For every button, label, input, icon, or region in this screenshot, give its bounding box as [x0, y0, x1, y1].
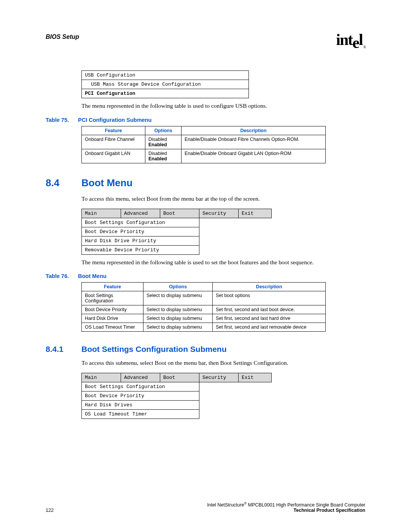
heading-boot-settings: 8.4.1 Boot Settings Configuration Submen…	[46, 345, 365, 354]
registered-symbol: ®	[363, 45, 365, 49]
paragraph: To access this menu, select Boot from th…	[81, 195, 365, 203]
footer-product: Intel NetStructure® MPCBL0001 High Perfo…	[207, 502, 365, 508]
boot-menu-bar-table: Main Advanced Boot Security Exit Boot Se…	[81, 209, 272, 255]
page: BIOS Setup intel® USB Configuration USB …	[0, 0, 411, 532]
heading-title: Boot Menu	[81, 177, 132, 189]
usb-config-table: USB Configuration USB Mass Storage Devic…	[81, 70, 249, 98]
heading-boot-menu: 8.4 Boot Menu	[46, 177, 365, 189]
table-row: Boot Settings Configuration Select to di…	[82, 291, 326, 305]
col-feature: Feature	[82, 282, 143, 291]
menu-exit: Exit	[239, 209, 272, 218]
menu-main: Main	[82, 209, 121, 218]
paragraph: To access this submenu, select Boot on t…	[81, 359, 365, 367]
table-row: Onboard Gigabit LAN DisabledEnabled Enab…	[82, 149, 326, 163]
content-area: USB Configuration USB Mass Storage Devic…	[81, 70, 365, 419]
table-row: Boot Device Priority	[82, 391, 199, 400]
table-row: Onboard Fibre Channel DisabledEnabled En…	[82, 135, 326, 149]
caption-number: Table 75.	[46, 117, 69, 123]
header-section-title: BIOS Setup	[46, 34, 79, 40]
menu-advanced: Advanced	[121, 209, 160, 218]
paragraph: The menu represented in the following ta…	[81, 259, 365, 266]
table-row: Removable Device Priority	[82, 245, 199, 254]
page-footer: 122 Intel NetStructure® MPCBL0001 High P…	[46, 502, 365, 513]
col-description: Description	[213, 282, 326, 291]
page-header: BIOS Setup intel®	[46, 30, 365, 49]
footer-right: Intel NetStructure® MPCBL0001 High Perfo…	[207, 502, 365, 513]
table-row: USB Mass Storage Device Configuration	[82, 80, 224, 89]
table-caption: Table 75.PCI Configuration Submenu	[46, 117, 365, 123]
table-caption: Table 76.Boot Menu	[46, 273, 365, 279]
paragraph: The menu represented in the following ta…	[81, 102, 365, 110]
menu-exit: Exit	[239, 373, 272, 382]
col-feature: Feature	[82, 126, 145, 135]
table-row: OS Load Timeout Timer Select to display …	[82, 323, 326, 331]
heading-number: 8.4	[46, 177, 81, 189]
table-row: Hard Disk Drive Priority	[82, 236, 199, 245]
col-options: Options	[143, 282, 213, 291]
caption-number: Table 76.	[46, 273, 69, 279]
heading-title: Boot Settings Configuration Submenu	[81, 345, 226, 354]
table-row: Boot Settings Configuration	[82, 218, 199, 227]
boot-menu-table: Feature Options Description Boot Setting…	[81, 282, 326, 332]
caption-title: PCI Configuration Submenu	[78, 117, 151, 123]
page-number: 122	[46, 508, 54, 513]
menu-advanced: Advanced	[121, 373, 160, 382]
table-row: Hard Disk Drive Select to display submen…	[82, 314, 326, 323]
intel-logo: intel®	[336, 30, 365, 49]
table-row: Boot Settings Configuration	[82, 382, 199, 391]
menu-boot: Boot	[160, 373, 199, 382]
caption-title: Boot Menu	[78, 273, 107, 279]
table-row: PCI Configuration	[82, 89, 224, 98]
table-row: USB Configuration	[82, 71, 224, 80]
col-options: Options	[145, 126, 182, 135]
footer-doc-title: Technical Product Specification	[207, 508, 365, 513]
menu-boot: Boot	[160, 209, 199, 218]
menu-security: Security	[199, 373, 239, 382]
pci-config-table: Feature Options Description Onboard Fibr…	[81, 126, 326, 163]
menu-main: Main	[82, 373, 121, 382]
table-row: Hard Disk Drives	[82, 400, 199, 409]
boot-settings-menu-table: Main Advanced Boot Security Exit Boot Se…	[81, 373, 272, 419]
heading-number: 8.4.1	[46, 345, 81, 354]
table-row: Boot Device Priority	[82, 227, 199, 236]
menu-security: Security	[199, 209, 239, 218]
table-row: Boot Device Priority Select to display s…	[82, 305, 326, 314]
table-row: OS Load Timeout Timer	[82, 409, 199, 419]
col-description: Description	[182, 126, 326, 135]
